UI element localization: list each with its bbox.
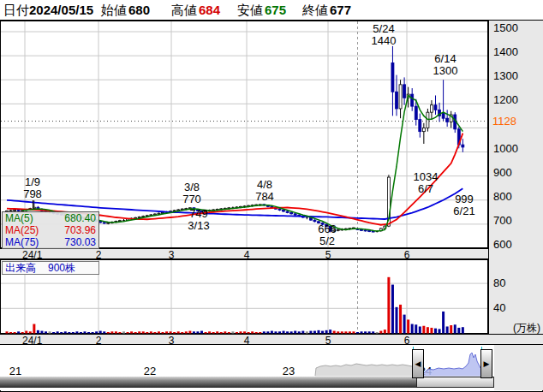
price-tick: 900 <box>493 167 512 179</box>
ma75-label: MA(75) <box>5 236 39 248</box>
volume-unit-label: (万株) <box>513 322 540 334</box>
low-value: 675 <box>265 3 286 17</box>
stock-chart-window: 日付 2024/05/15 始値 680 高値 684 安値 675 終値 67… <box>0 0 543 392</box>
ma-legend: MA(5)680.40 MA(25)703.96 MA(75)730.03 <box>2 211 99 249</box>
volume-tick: 80 <box>493 277 505 289</box>
ma25-value: 703.96 <box>64 224 96 236</box>
high-label: 高値 <box>171 3 197 19</box>
volume-legend: 出来高900株 <box>2 261 99 275</box>
price-tick: 1500 <box>493 22 518 34</box>
price-tick: 600 <box>493 239 512 251</box>
price-tick: 1300 <box>493 70 518 82</box>
ma75-value: 730.03 <box>64 236 96 248</box>
quote-header: 日付 2024/05/15 始値 680 高値 684 安値 675 終値 67… <box>0 0 543 21</box>
annotation-pointer <box>33 200 33 208</box>
date-label: 日付 <box>3 3 29 19</box>
scroll-left-button[interactable]: ◀ <box>412 349 424 378</box>
open-label: 始値 <box>101 3 127 19</box>
price-tick: 1400 <box>493 46 518 58</box>
chart-annotation: 1/9798 <box>23 176 42 200</box>
ma5-value: 680.40 <box>64 212 96 224</box>
month-axis-main: 24/123456 <box>0 248 488 259</box>
high-value: 684 <box>199 3 220 17</box>
chart-annotation: 6665/2 <box>318 223 337 247</box>
date-range-navigator: 21222324 ◀ ▶ <box>0 345 543 390</box>
low-label: 安値 <box>237 3 263 19</box>
chart-annotation: 5/241440 <box>372 23 397 47</box>
ma25-label: MA(25) <box>5 224 39 236</box>
close-value: 677 <box>330 3 351 17</box>
ma5-label: MA(5) <box>5 212 33 224</box>
volume-tick: 40 <box>493 302 505 314</box>
chart-annotation: 10346/7 <box>414 171 439 195</box>
open-value: 680 <box>128 3 150 17</box>
price-tick: 1000 <box>493 143 518 155</box>
current-price-label: 1128 <box>492 116 522 128</box>
chart-annotation: 4/8784 <box>255 179 274 203</box>
navigator-right-spacer <box>494 345 543 390</box>
month-axis-volume: 24/123456 <box>0 334 543 345</box>
scroll-right-button[interactable]: ▶ <box>480 349 492 378</box>
chart-annotation: 9996/21 <box>453 193 474 217</box>
price-tick: 800 <box>493 191 512 203</box>
chart-annotation: 6/141300 <box>433 53 458 77</box>
volume-value: 900株 <box>48 262 75 274</box>
price-tick: 700 <box>493 215 512 227</box>
close-label: 終値 <box>302 3 328 19</box>
chart-annotation: 7493/13 <box>188 208 209 232</box>
price-axis-panel: 150014001300120011001000900800700600 112… <box>488 21 543 345</box>
chart-annotation: 3/8770 <box>182 181 201 205</box>
price-tick: 1200 <box>493 94 518 106</box>
date-value: 2024/05/15 <box>29 3 93 17</box>
volume-label: 出来高 <box>5 262 36 274</box>
